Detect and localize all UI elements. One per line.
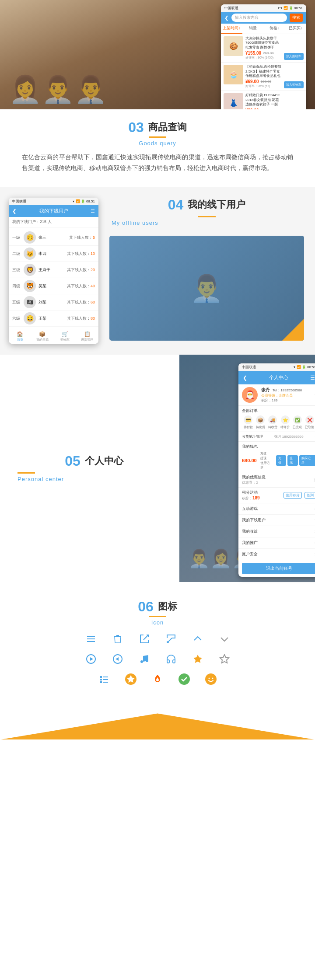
wallet-sub-labels: 充值 提现 使用记录 [260,451,273,470]
avatar-2: 🐱 [24,248,36,260]
logout-button[interactable]: 退出当前账号 [242,563,315,574]
order-pending-receive[interactable]: 🚚 待收货 [268,415,277,429]
svg-rect-19 [100,681,102,683]
svg-rect-16 [103,677,108,677]
search-button-03[interactable]: 搜索 [290,14,303,22]
section-03-title-en: Goods query [22,140,293,146]
phone-status-bar-04: 中国联通 ▾ 📶 🔋 08:51 [9,198,98,205]
level-5: 五级 [12,300,21,305]
user-row-6[interactable]: 六级 😀 王某 其下线人数：80 [9,310,98,327]
nav-home-04[interactable]: 🏠 首页 [9,331,31,342]
back-arrow-03[interactable]: ❮ [224,15,229,21]
carrier-05: 中国联通 [242,365,256,370]
nav-cart-04[interactable]: 🛒 购物车 [54,331,76,342]
svg-rect-17 [100,679,102,680]
add-cart-btn-1[interactable]: 加入购物车 [284,53,304,60]
icon-chevron-down[interactable] [217,631,232,647]
user-row-4[interactable]: 四级 🐯 吴某 其下线人数：40 [9,278,98,294]
icon-fire[interactable] [150,671,165,687]
svg-rect-15 [100,676,102,678]
photo-icon-04: 👨‍💼 [190,273,223,304]
pc-back-arrow[interactable]: ❮ [243,375,247,381]
tab-price[interactable]: 价格↓ [264,24,285,34]
tab-sales[interactable]: 销量 [242,24,264,34]
phone-bottom-nav-04: 🏠 首页 📦 我的货源 🛒 购物车 📋 进货管理 [9,329,98,344]
sub-count-4: 其下线人数：40 [67,283,95,289]
phone-header-04: ❮ 我的下线用户 ☰ [9,205,98,217]
phone-mockup-users: 中国联通 ▾ 📶 🔋 08:51 ❮ 我的下线用户 ☰ 我的下线用户：215 人… [9,198,98,344]
pc-all-orders-label: 全部订单 [242,408,315,414]
section-05-left: 05 个人中心 Personal center [0,355,179,582]
btn-use-points[interactable]: 使用积分 [284,492,302,499]
user-row-3[interactable]: 三级 🦁 王麻子 其下线人数：20 [9,262,98,278]
yellow-chevron-accent [0,713,315,739]
pending-receive-icon: 🚚 [268,415,277,424]
icon-smiley[interactable] [203,671,219,687]
user-row-1[interactable]: 一级 😊 张三 其下线人数：5 [9,230,98,246]
supply-icon-04: 📦 [39,331,46,337]
product-item-3[interactable]: 👗 好精致口袋 ELFSACK 2012春女装折扣 花花边修身连衣裙子 一裂 ¥… [221,91,306,109]
icon-star-badge[interactable] [123,671,139,687]
pc-avatar: 🎅 [242,387,258,403]
order-pending-review[interactable]: ⭐ 待评价 [280,415,290,429]
section-03: 中国联通 ▾ ▾ 📶 🔋 08:51 ❮ 输入搜索内容 搜索 上架时间↓ 销量 … [0,0,315,187]
btn-recharge[interactable]: 充值 [276,455,287,466]
add-cart-btn-2[interactable]: 加入购物车 [284,81,304,88]
btn-history[interactable]: 购买记录 [299,455,315,466]
nav-supply-04[interactable]: 📦 我的货源 [31,331,53,342]
icon-share-up-right[interactable] [136,631,152,647]
menu-earnings[interactable]: 我的收益 › [238,526,315,537]
product-item-2[interactable]: 🧁 【初始食品,肉松饼整箱2.5KG】福建特产零食传统糕点早餐食品礼包 ¥69.… [221,63,306,91]
tab-bought[interactable]: 已买买↓ [285,24,306,34]
icon-star-filled[interactable] [190,651,206,667]
product-item-1[interactable]: 🍪 大滨卯操头头肤饼干760G细细好吃零食品批发零食 酥性饼干 ¥155.00 … [221,34,306,63]
icon-delete[interactable] [110,631,126,647]
price-row-1: ¥155.00 268.00 [245,51,282,56]
svg-marker-13 [193,655,202,663]
icon-star-outline[interactable] [217,651,232,667]
icon-music[interactable] [136,651,152,667]
icon-play-right[interactable] [83,651,99,667]
order-cancelled[interactable]: ❌ 已取消 [305,415,314,429]
pc-wallet-section: 我的钱包 680.00 充值 提现 使用记录 充值 提现 [238,442,315,472]
svg-line-6 [167,638,172,643]
icon-list[interactable] [96,671,112,687]
pending-review-icon: ⭐ [281,415,290,424]
icon-share-down-left[interactable] [163,631,179,647]
icon-menu[interactable] [83,631,99,647]
user-row-2[interactable]: 二级 🐱 李四 其下线人数：10 [9,246,98,262]
svg-point-25 [209,678,210,679]
menu-security[interactable]: 账户安全 › [238,549,315,560]
nav-purchase-04[interactable]: 📋 进货管理 [76,331,98,342]
pc-address-row[interactable]: 收货地址管理 张月 18925566566 › [238,432,315,442]
menu-games[interactable]: 互动游戏 › [238,503,315,515]
pc-menu-icon[interactable]: ☰ [310,375,315,381]
icon-headphones[interactable] [163,651,179,667]
icon-checkmark-circle[interactable] [176,671,192,687]
order-pending-pay[interactable]: 💳 待付款 [244,415,253,429]
svg-point-24 [205,673,217,685]
tab-time[interactable]: 上架时间↓ [221,24,242,34]
pending-receive-label: 待收货 [268,425,277,429]
btn-checkin[interactable]: 签到 [304,492,315,499]
pc-coupon-section[interactable]: 我的优惠信息 优惠券：2 › [238,472,315,488]
search-box-03[interactable]: 输入搜索内容 [231,14,287,22]
order-done[interactable]: ✅ 已完成 [293,415,302,429]
svg-marker-8 [90,657,93,661]
avatar-6: 😀 [24,312,36,324]
menu-icon-04[interactable]: ☰ [91,208,95,214]
back-arrow-04[interactable]: ❮ [12,208,17,214]
menu-promotion[interactable]: 我的推广 › [238,537,315,549]
phone-status-bar-03: 中国联通 ▾ ▾ 📶 🔋 08:51 [221,4,306,12]
icon-chevron-up[interactable] [190,631,206,647]
btn-withdraw[interactable]: 提现 [287,455,298,466]
pc-phone: Tel：18925566566 [273,388,302,393]
section-03-desc: 在亿合云商的平台帮助下，国鑫通汇快速实现拓展传统电商的渠道，迅速布局微信商场，抢… [22,152,293,174]
icon-play-left[interactable] [110,651,126,667]
cancelled-label: 已取消 [305,425,314,429]
menu-offline-users[interactable]: 我的下线用户 › [238,515,315,526]
order-pending-ship[interactable]: 📦 待发货 [256,415,265,429]
cart-icon-04: 🛒 [62,331,68,337]
user-row-5[interactable]: 五级 🏴‍☠️ 刘某 其下线人数：60 [9,294,98,310]
pc-order-icons-row: 💳 待付款 📦 待发货 🚚 待收货 ⭐ 待 [242,415,315,429]
